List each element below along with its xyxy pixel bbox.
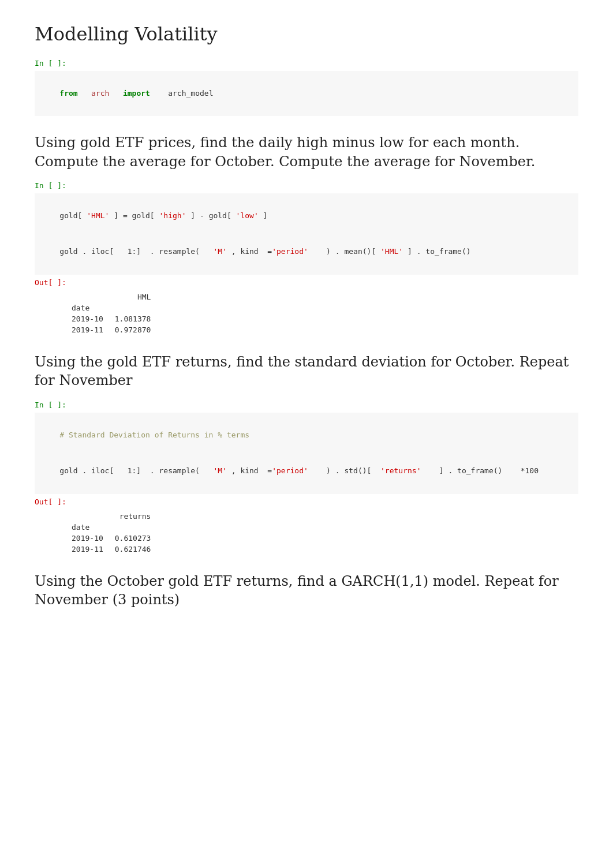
df2-row2-val: 0.621746 — [113, 544, 160, 555]
df2-index-name: date — [69, 522, 113, 533]
cell-3-in-label: In [ ]: — [35, 401, 578, 409]
cell-2-code: gold[ 'HML' ] = gold[ 'high' ] - gold[ '… — [35, 193, 578, 275]
import-target: arch_model — [168, 89, 213, 98]
cell-3: In [ ]: # Standard Deviation of Returns … — [35, 401, 578, 555]
page-title: Modelling Volatility — [35, 23, 578, 45]
table-row: 2019-10 1.081378 — [69, 313, 160, 324]
cell-2-out-label: Out[ ]: — [35, 278, 578, 287]
cell-3-comment: # Standard Deviation of Returns in % ter… — [59, 431, 249, 439]
code-std-p2: , kind = — [227, 466, 272, 475]
cell-2-output-table: HML date 2019-10 1.081378 2019-11 0.9728… — [69, 291, 578, 335]
df1-row1-index: 2019-10 — [69, 313, 113, 324]
section-2-heading: Using the gold ETF returns, find the sta… — [35, 353, 578, 390]
df1-empty-header — [69, 291, 113, 302]
df2-row1-val: 0.610273 — [113, 533, 160, 544]
section-1-heading: Using gold ETF prices, find the daily hi… — [35, 133, 578, 171]
df1-col-header: HML — [113, 291, 160, 302]
df1-row1-val: 1.081378 — [113, 313, 160, 324]
table-row: 2019-11 0.621746 — [69, 544, 160, 555]
code-plain2: ] = gold[ — [109, 211, 154, 220]
code-plain4: ] — [259, 211, 268, 220]
code-plain7: ) . mean()[ — [308, 247, 376, 256]
df2-empty-header — [69, 511, 113, 522]
code-plain6: , kind = — [227, 247, 272, 256]
code-plain3: ] - gold[ — [186, 211, 231, 220]
cell-3-code: # Standard Deviation of Returns in % ter… — [35, 413, 578, 494]
code-std-p4: ] . to_frame() *100 — [421, 466, 539, 475]
df2-row1-index: 2019-10 — [69, 533, 113, 544]
table-row: 2019-10 0.610273 — [69, 533, 160, 544]
str-hml2: 'HML' — [376, 247, 403, 256]
str-period2: 'period' — [272, 466, 308, 475]
str-hml: 'HML' — [82, 211, 109, 220]
module-arch: arch — [91, 89, 109, 98]
code-plain5: gold . iloc[ 1:] . resample( — [59, 247, 213, 256]
df2-col-header: returns — [113, 511, 160, 522]
str-low: 'low' — [231, 211, 259, 220]
keyword-from: from — [59, 89, 77, 98]
code-std-p3: ) . std()[ — [308, 466, 372, 475]
str-period: 'period' — [272, 247, 308, 256]
str-returns: 'returns' — [371, 466, 421, 475]
cell-3-out-label: Out[ ]: — [35, 497, 578, 506]
cell-3-output-table: returns date 2019-10 0.610273 2019-11 0.… — [69, 511, 578, 555]
str-M: 'M' — [213, 247, 226, 256]
df1-row2-val: 0.972870 — [113, 324, 160, 335]
cell-2: In [ ]: gold[ 'HML' ] = gold[ 'high' ] -… — [35, 181, 578, 335]
cell-1-in-label: In [ ]: — [35, 59, 578, 68]
table-row: 2019-11 0.972870 — [69, 324, 160, 335]
code-std-p1: gold . iloc[ 1:] . resample( — [59, 466, 213, 475]
keyword-import: import — [123, 89, 150, 98]
section-3-heading: Using the October gold ETF returns, find… — [35, 572, 578, 609]
code-plain: gold[ — [59, 211, 82, 220]
code-plain8: ] . to_frame() — [403, 247, 470, 256]
df1-row2-index: 2019-11 — [69, 324, 113, 335]
str-high: 'high' — [155, 211, 186, 220]
df2-row2-index: 2019-11 — [69, 544, 113, 555]
df1-index-name: date — [69, 302, 113, 313]
cell-2-in-label: In [ ]: — [35, 181, 578, 190]
str-M2: 'M' — [213, 466, 226, 475]
cell-1: In [ ]: from arch import arch_model — [35, 59, 578, 116]
cell-1-code: from arch import arch_model — [35, 71, 578, 116]
